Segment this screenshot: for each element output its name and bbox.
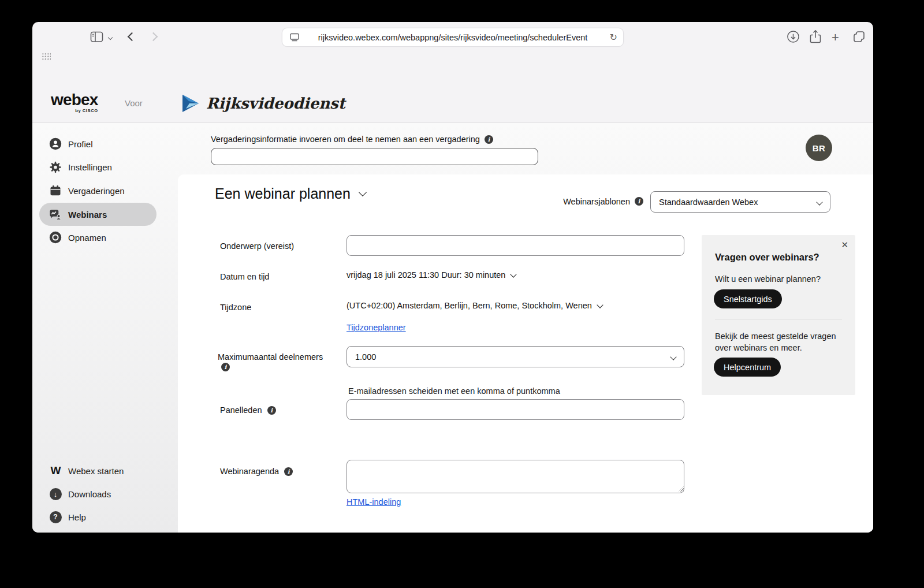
timezone-value-text: (UTC+02:00) Amsterdam, Berlijn, Bern, Ro… <box>346 301 592 310</box>
sidebar-toggle-icon[interactable] <box>90 31 103 43</box>
sidebar-item-webex-starten[interactable]: W Webex starten <box>39 459 161 482</box>
refresh-icon[interactable]: ↻ <box>610 32 617 43</box>
chevron-down-icon[interactable] <box>511 271 517 277</box>
helpcenter-button[interactable]: Helpcentrum <box>714 358 781 377</box>
max-participants-info-icon[interactable]: i <box>221 363 230 371</box>
screenshot-stage: rijksvideo.webex.com/webappng/sites/rijk… <box>0 0 924 588</box>
html-format-link[interactable]: HTML-indeling <box>346 497 401 507</box>
page-title[interactable]: Een webinar plannen <box>215 185 366 202</box>
sidebar-item-downloads[interactable]: ↓ Downloads <box>39 482 161 505</box>
join-meeting-label-text: Vergaderingsinformatie invoeren om deel … <box>211 135 480 144</box>
panelists-label-text: Panelleden <box>220 405 262 415</box>
timezone-planner-link[interactable]: Tijdzoneplanner <box>346 323 406 332</box>
webex-logo-icon: W <box>49 464 62 477</box>
sidebar-item-label: Downloads <box>68 489 111 499</box>
reader-icon[interactable] <box>289 33 300 42</box>
share-icon[interactable] <box>809 29 822 44</box>
chevron-down-icon <box>670 353 676 360</box>
agenda-label-text: Webinaragenda <box>220 467 279 476</box>
template-select[interactable]: Standaardwaarden Webex <box>650 191 830 213</box>
sidebar-item-label: Profiel <box>68 139 93 149</box>
new-tab-icon[interactable]: + <box>832 30 839 45</box>
calendar-icon <box>49 184 62 197</box>
subject-input[interactable] <box>346 235 684 256</box>
help-question-2: Bekijk de meest gestelde vragen over web… <box>715 330 844 353</box>
join-meeting-label: Vergaderingsinformatie invoeren om deel … <box>211 135 493 144</box>
sidebar-item-label: Vergaderingen <box>68 186 125 196</box>
webex-logo: webex by CISCO <box>51 92 98 113</box>
max-participants-value: 1.000 <box>355 352 376 362</box>
chevron-down-icon[interactable] <box>597 302 603 308</box>
help-icon: ? <box>49 511 62 523</box>
quickstart-button[interactable]: Snelstartgids <box>714 289 782 308</box>
join-meeting-input[interactable] <box>211 148 538 165</box>
max-participants-label: Maximumaantal deelnemers <box>218 352 323 362</box>
agenda-label: Webinaragenda i <box>220 467 293 476</box>
help-question-1: Wilt u een webinar plannen? <box>715 274 821 284</box>
agenda-info-icon[interactable]: i <box>284 467 293 476</box>
template-select-value: Standaardwaarden Webex <box>659 198 758 207</box>
url-text[interactable]: rijksvideo.webex.com/webappng/sites/rijk… <box>282 33 623 42</box>
sidebar-menu-chevron-icon[interactable] <box>109 36 112 39</box>
datetime-value[interactable]: vrijdag 18 juli 2025 11:30 Duur: 30 minu… <box>346 270 516 280</box>
record-icon <box>49 231 62 244</box>
tab-overview-icon[interactable] <box>852 30 866 43</box>
sidebar-item-label: Opnamen <box>68 233 106 243</box>
gear-icon <box>49 161 62 173</box>
chevron-down-icon <box>816 199 822 205</box>
agenda-textarea[interactable] <box>346 460 684 493</box>
sidebar-item-label: Webex starten <box>68 466 124 476</box>
brand-connector-label: Voor <box>125 98 143 108</box>
help-panel-title: Vragen over webinars? <box>715 252 819 263</box>
browser-window: rijksvideo.webex.com/webappng/sites/rijk… <box>32 22 873 533</box>
site-name: Rijksvideodienst <box>206 95 345 112</box>
page-title-text: Een webinar plannen <box>215 185 351 202</box>
site-header: webex by CISCO Voor Rijksvideodienst <box>32 85 873 122</box>
timezone-value[interactable]: (UTC+02:00) Amsterdam, Berlijn, Bern, Ro… <box>346 301 602 310</box>
panelists-label: Panelleden i <box>220 405 276 415</box>
subject-label: Onderwerp (vereist) <box>220 241 294 251</box>
datetime-label: Datum en tijd <box>220 272 269 281</box>
template-info-icon[interactable]: i <box>635 197 643 206</box>
sidebar-item-label: Help <box>68 512 86 522</box>
help-panel-divider <box>715 319 842 319</box>
chevron-down-icon[interactable] <box>359 188 367 196</box>
browser-toolbar: rijksvideo.webex.com/webappng/sites/rijk… <box>32 22 873 52</box>
sidebar-item-label: Instellingen <box>68 162 112 172</box>
url-bar[interactable]: rijksvideo.webex.com/webappng/sites/rijk… <box>282 28 624 47</box>
downloads-toolbar-icon[interactable] <box>787 30 800 43</box>
drag-handle-dots-icon <box>42 53 51 61</box>
webinar-icon <box>49 208 62 221</box>
info-icon[interactable]: i <box>485 135 493 144</box>
download-icon: ↓ <box>49 487 62 500</box>
forward-button <box>150 34 157 40</box>
panelists-hint: E-mailadressen scheiden met een komma of… <box>348 386 560 396</box>
person-icon <box>49 137 62 150</box>
template-label: Webinarsjablonen <box>549 197 630 206</box>
sidebar-item-opnamen[interactable]: Opnamen <box>39 226 161 249</box>
avatar[interactable]: BR <box>806 135 832 161</box>
by-cisco-label: by CISCO <box>51 108 98 113</box>
rijksvideodienst-arrow-icon <box>181 94 201 113</box>
datetime-value-text: vrijdag 18 juli 2025 11:30 Duur: 30 minu… <box>346 270 505 280</box>
sidebar-item-vergaderingen[interactable]: Vergaderingen <box>39 179 161 202</box>
panelists-input[interactable] <box>346 399 684 420</box>
webex-wordmark: webex <box>51 92 98 108</box>
sidebar-item-label: Webinars <box>68 210 107 219</box>
close-icon[interactable]: ✕ <box>841 240 848 250</box>
site-logo: Rijksvideodienst <box>181 94 345 113</box>
sidebar-item-webinars[interactable]: Webinars <box>39 203 161 226</box>
timezone-label: Tijdzone <box>220 303 251 312</box>
max-participants-select[interactable]: 1.000 <box>346 346 684 367</box>
help-panel: ✕ Vragen over webinars? Wilt u een webin… <box>702 235 855 395</box>
sidebar-item-profiel[interactable]: Profiel <box>39 132 161 155</box>
sidebar-item-help[interactable]: ? Help <box>39 505 161 529</box>
panelists-info-icon[interactable]: i <box>267 406 276 415</box>
sidebar-item-instellingen[interactable]: Instellingen <box>39 155 161 178</box>
back-button[interactable] <box>129 34 135 40</box>
